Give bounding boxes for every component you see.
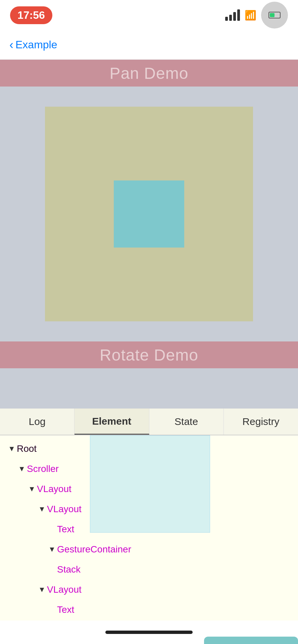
tree-item[interactable]: ▼ VLayout bbox=[0, 479, 298, 499]
tree-label: VLayout bbox=[47, 584, 82, 595]
rotate-area[interactable] bbox=[0, 368, 298, 409]
pan-demo-title: Pan Demo bbox=[110, 64, 189, 83]
wifi-icon: 📶 bbox=[245, 10, 256, 21]
tree-item[interactable]: ▼ Scroller bbox=[0, 459, 298, 479]
tree-item[interactable]: ▼ GestureContainer bbox=[0, 539, 298, 559]
tree-label: Text bbox=[57, 604, 74, 615]
tree-toggle[interactable]: ▼ bbox=[27, 485, 37, 493]
tab-registry[interactable]: Registry bbox=[224, 409, 298, 435]
tree-toggle[interactable]: ▼ bbox=[17, 465, 27, 473]
tree-item[interactable]: Stack bbox=[0, 559, 298, 580]
tree-toggle bbox=[47, 525, 57, 534]
rotate-demo-header: Rotate Demo bbox=[0, 341, 298, 368]
tree-toggle[interactable]: ▼ bbox=[37, 505, 47, 514]
pan-area[interactable] bbox=[0, 87, 298, 341]
debug-tabs: Log Element State Registry bbox=[0, 409, 298, 435]
status-icons: 📶 bbox=[225, 2, 288, 29]
back-label: Example bbox=[15, 39, 57, 51]
signal-icon bbox=[225, 9, 240, 21]
pan-canvas[interactable] bbox=[45, 107, 253, 321]
tree-label: Text bbox=[57, 524, 74, 535]
tree-item[interactable]: Text bbox=[0, 600, 298, 620]
tree-item[interactable]: Text bbox=[0, 519, 298, 539]
pan-box[interactable] bbox=[114, 180, 184, 248]
rotate-demo-title: Rotate Demo bbox=[100, 346, 198, 364]
nav-bar: ‹ Example bbox=[0, 30, 298, 60]
tab-log[interactable]: Log bbox=[0, 409, 74, 435]
tree-toggle bbox=[47, 565, 57, 574]
tree-label: Root bbox=[17, 443, 37, 454]
status-bar: 17:56 📶 bbox=[0, 0, 298, 30]
debug-console: Log Element State Registry ▼ Root ▼ Scro… bbox=[0, 409, 298, 644]
back-button[interactable]: ‹ Example bbox=[9, 39, 57, 51]
status-time: 17:56 bbox=[10, 6, 52, 24]
tree-toggle[interactable]: ▼ bbox=[37, 585, 47, 594]
tree-toggle[interactable]: ▼ bbox=[7, 444, 17, 453]
tree-label: Scroller bbox=[27, 464, 59, 474]
tree-label: GestureContainer bbox=[57, 544, 131, 555]
tree-item[interactable]: ▼ VLayout bbox=[0, 580, 298, 600]
tab-element[interactable]: Element bbox=[74, 409, 149, 435]
tree-label: VLayout bbox=[37, 484, 71, 494]
tree-view: ▼ Root ▼ Scroller ▼ VLayout ▼ VLayout Te… bbox=[0, 435, 298, 644]
tree-toggle[interactable]: ▼ bbox=[47, 545, 57, 554]
tree-label: Stack bbox=[57, 564, 81, 575]
battery-icon bbox=[261, 2, 288, 29]
tree-toggle bbox=[47, 605, 57, 614]
tree-label: VLayout bbox=[47, 504, 82, 515]
dconsole-popup[interactable]: dConsole bbox=[204, 637, 298, 644]
tree-item[interactable]: ▼ Root bbox=[0, 439, 298, 459]
pan-demo-header: Pan Demo bbox=[0, 60, 298, 87]
tree-item[interactable]: ▼ VLayout bbox=[0, 499, 298, 519]
tab-state[interactable]: State bbox=[149, 409, 224, 435]
home-bar bbox=[105, 631, 193, 634]
rotate-demo-section: Rotate Demo bbox=[0, 341, 298, 409]
chevron-left-icon: ‹ bbox=[9, 39, 13, 51]
